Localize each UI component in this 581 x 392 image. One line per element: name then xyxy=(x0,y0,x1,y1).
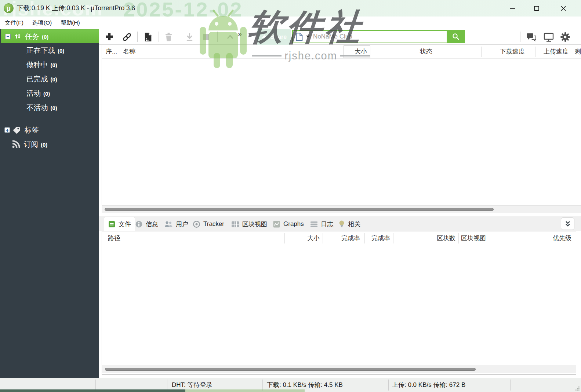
minimize-icon xyxy=(509,5,516,12)
tab-graphs[interactable]: Graphs xyxy=(269,218,308,230)
column-header-status[interactable]: 状态 xyxy=(371,45,481,58)
torrent-table-header: 序... 名称 大小 状态 下载速度 上传速度 剩 xyxy=(102,45,581,59)
column-header-name[interactable]: 名称 xyxy=(123,45,135,58)
sidebar-item-label: 任务 xyxy=(25,32,39,41)
utorrent-logo-icon: µ xyxy=(4,3,14,13)
panel-divider[interactable] xyxy=(102,213,581,213)
sidebar-item-count: (0) xyxy=(58,48,64,54)
minimize-button[interactable] xyxy=(504,0,521,17)
chat-icon[interactable] xyxy=(526,33,537,42)
detail-table-header: 路径 大小 完成率 完成率 区块数 区块视图 优先级 xyxy=(102,231,576,245)
column-header-path[interactable]: 路径 xyxy=(108,231,120,245)
torrent-list-panel: 序... 名称 大小 状态 下载速度 上传速度 剩 xyxy=(102,45,581,205)
menu-file[interactable]: 文件(F) xyxy=(1,17,27,29)
column-header-done-b[interactable]: 完成率 xyxy=(364,231,393,245)
collapse-detail-panel-button[interactable] xyxy=(561,217,574,230)
expand-icon[interactable] xyxy=(4,127,10,133)
sidebar-item-label: 活动 xyxy=(26,88,41,98)
search-icon xyxy=(452,33,460,41)
sidebar-item-seeding[interactable]: 做种中 (0) xyxy=(0,58,99,72)
tab-peers[interactable]: 用户 xyxy=(160,218,192,230)
download-status: 下载: 0.1 KB/s 传输: 4.5 KB xyxy=(267,378,343,392)
remove-button[interactable] xyxy=(164,32,174,42)
sidebar-item-label: 不活动 xyxy=(26,103,48,113)
create-torrent-button[interactable] xyxy=(143,32,153,42)
add-torrent-button[interactable] xyxy=(105,32,114,41)
close-button[interactable] xyxy=(555,0,572,17)
column-header-piece-view[interactable]: 区块视图 xyxy=(461,231,486,245)
sidebar-item-feeds[interactable]: 订阅 (0) xyxy=(0,137,99,151)
utorrent-window: rjshe.com µ 下载:0.19 K 上传:0.03 K - μTorre… xyxy=(0,0,581,392)
tab-label: 文件 xyxy=(119,220,131,228)
column-header-size[interactable]: 大小 xyxy=(284,231,323,245)
sidebar-item-labels[interactable]: 标签 xyxy=(0,123,99,137)
toolbar-separator xyxy=(137,32,138,42)
column-separator[interactable] xyxy=(458,233,459,243)
statusbar-separator xyxy=(262,380,263,391)
sidebar-item-label: 正在下载 xyxy=(26,45,55,55)
column-separator[interactable] xyxy=(573,47,573,57)
graphs-icon xyxy=(273,220,280,228)
sidebar-item-count: (0) xyxy=(51,62,57,68)
sidebar-item-completed[interactable]: 已完成 (0) xyxy=(0,72,99,86)
tab-pieces[interactable]: 区块视图 xyxy=(228,218,271,230)
lightbulb-icon xyxy=(338,220,345,228)
tab-label: 日志 xyxy=(321,220,333,228)
search-engine-caret-icon[interactable] xyxy=(306,36,310,38)
search-engine-icon[interactable] xyxy=(296,33,303,41)
column-header-up-speed[interactable]: 上传速度 xyxy=(535,45,573,58)
column-header-done-a[interactable]: 完成率 xyxy=(323,231,364,245)
pieces-icon xyxy=(231,221,239,228)
sidebar-item-count: (0) xyxy=(51,76,57,83)
column-header-index[interactable]: 序... xyxy=(106,45,117,58)
updown-arrows-icon xyxy=(13,32,22,40)
upload-status: 上传: 0.0 KB/s 传输: 672 B xyxy=(392,378,465,392)
sidebar-splitter[interactable] xyxy=(99,29,102,378)
start-download-button[interactable] xyxy=(185,32,195,42)
scrollbar-thumb[interactable] xyxy=(105,368,476,371)
maximize-button[interactable] xyxy=(528,0,545,17)
tab-related[interactable]: 相关 xyxy=(335,218,364,230)
statusbar-separator xyxy=(167,380,167,391)
sidebar: 任务 (0) 正在下载 (0) 做种中 (0) 已完成 (0) 活动 (0) 不… xyxy=(0,29,99,378)
tab-label: 相关 xyxy=(348,220,360,228)
maximize-icon xyxy=(533,5,540,12)
search-box xyxy=(292,30,465,43)
torrent-list-hscrollbar[interactable] xyxy=(102,205,581,213)
window-title: 下载:0.19 K 上传:0.03 K - μTorrentPro 3.6 xyxy=(17,0,135,17)
sidebar-item-count: (0) xyxy=(42,34,48,40)
menu-options[interactable]: 选项(O) xyxy=(29,17,55,29)
collapse-icon[interactable] xyxy=(5,34,11,39)
sidebar-item-downloading[interactable]: 正在下载 (0) xyxy=(0,43,99,58)
search-input[interactable] xyxy=(313,33,447,40)
detail-tabbar: 文件 信息 用户 Tracker xyxy=(99,216,581,231)
search-button[interactable] xyxy=(447,30,465,43)
tab-info[interactable]: 信息 xyxy=(131,218,162,230)
sidebar-item-label: 做种中 xyxy=(26,60,48,70)
sidebar-item-inactive[interactable]: 不活动 (0) xyxy=(0,100,99,115)
sidebar-item-active[interactable]: 活动 (0) xyxy=(0,86,99,100)
queue-up-button[interactable] xyxy=(225,33,236,41)
column-separator[interactable] xyxy=(117,47,117,57)
detail-panel-hscrollbar[interactable] xyxy=(102,365,576,373)
column-header-down-speed[interactable]: 下载速度 xyxy=(481,45,535,58)
scrollbar-thumb[interactable] xyxy=(105,208,494,211)
tag-icon xyxy=(12,126,21,135)
column-header-pieces[interactable]: 区块数 xyxy=(393,231,458,245)
tab-files[interactable]: 文件 xyxy=(104,217,135,231)
remote-monitor-icon[interactable] xyxy=(543,32,554,42)
menu-help[interactable]: 帮助(H) xyxy=(57,17,84,29)
sidebar-item-tasks[interactable]: 任务 (0) xyxy=(1,29,101,43)
column-header-priority[interactable]: 优先级 xyxy=(546,231,576,245)
tab-tracker[interactable]: Tracker xyxy=(189,218,228,230)
column-header-eta-clipped[interactable]: 剩 xyxy=(575,45,581,58)
tab-logger[interactable]: 日志 xyxy=(306,218,337,230)
add-link-button[interactable] xyxy=(122,32,132,42)
statusbar-separator xyxy=(539,380,539,391)
titlebar: rjshe.com µ 下载:0.19 K 上传:0.03 K - μTorre… xyxy=(0,0,581,17)
toolbar-overflow-button[interactable]: » xyxy=(238,30,242,38)
stop-button[interactable] xyxy=(202,33,210,41)
gear-icon[interactable] xyxy=(560,32,570,42)
column-header-size[interactable]: 大小 xyxy=(344,45,370,58)
resize-grip-icon[interactable] xyxy=(575,386,580,391)
